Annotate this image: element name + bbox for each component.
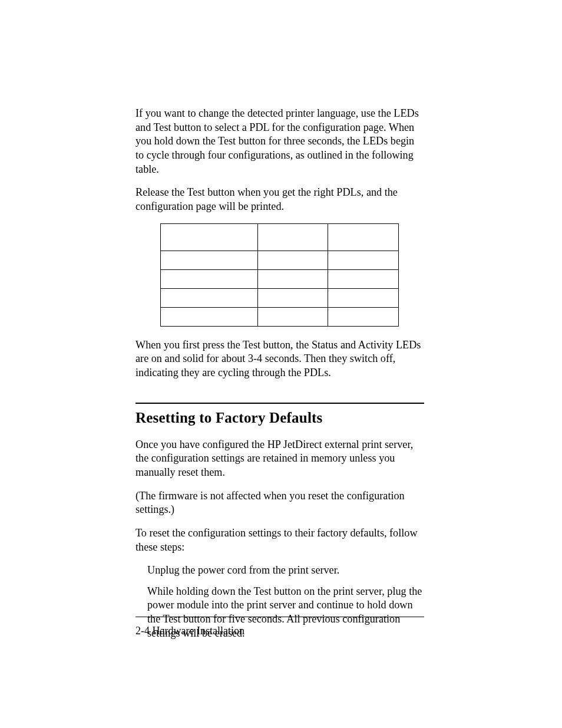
table-cell: [328, 269, 399, 288]
table-cell: [328, 307, 399, 326]
table-cell: [257, 269, 328, 288]
footer-divider: [135, 617, 424, 617]
table-row: [161, 269, 399, 288]
list-item: Unplug the power cord from the print ser…: [147, 564, 424, 578]
table-cell: [161, 251, 258, 269]
table-header-cell: [161, 223, 258, 251]
table-cell: [161, 269, 258, 288]
paragraph-intro-2: Release the Test button when you get the…: [135, 186, 424, 213]
paragraph-intro-1: If you want to change the detected print…: [135, 107, 424, 176]
section-heading-reset: Resetting to Factory Defaults: [135, 410, 424, 426]
table-row: [161, 251, 399, 269]
page-body: If you want to change the detected print…: [135, 107, 424, 647]
table-header-cell: [328, 223, 399, 251]
table-cell: [257, 307, 328, 326]
paragraph-reset-1: Once you have configured the HP JetDirec…: [135, 438, 424, 480]
section-divider: [135, 403, 424, 404]
paragraph-reset-3: To reset the configuration settings to t…: [135, 526, 424, 554]
table-cell: [161, 307, 258, 326]
paragraph-reset-2: (The firmware is not affected when you r…: [135, 489, 424, 517]
paragraph-after-table: When you first press the Test button, th…: [135, 338, 424, 380]
table-header-cell: [257, 223, 328, 251]
table-cell: [328, 288, 399, 307]
table-row: [161, 307, 399, 326]
page-footer: 2-4 Hardware Installation: [135, 625, 244, 637]
table-cell: [257, 251, 328, 269]
table-cell: [257, 288, 328, 307]
pdl-config-table: [160, 223, 399, 327]
table-row: [161, 288, 399, 307]
table-cell: [161, 288, 258, 307]
table-cell: [328, 251, 399, 269]
table-header-row: [161, 223, 399, 251]
